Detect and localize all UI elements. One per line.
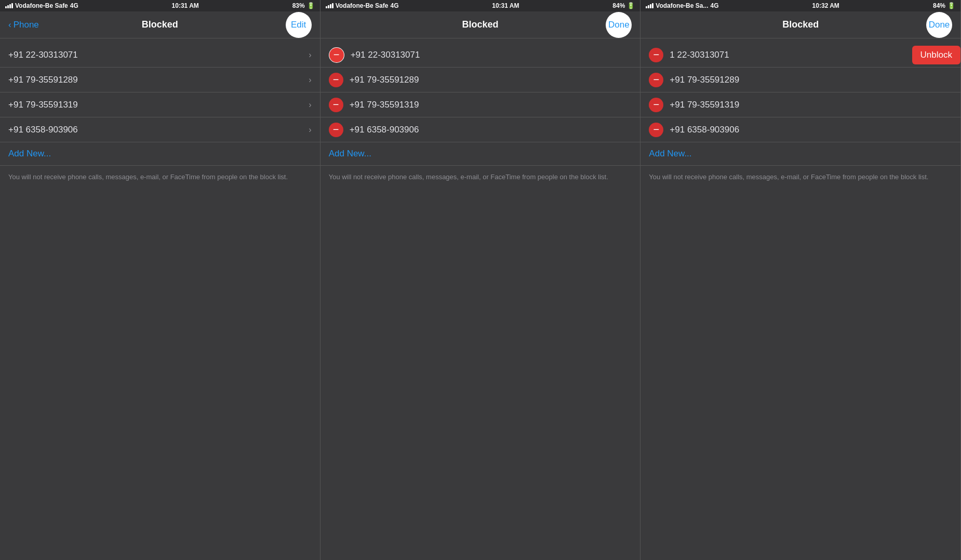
phone-number: +91 79-35591319 — [670, 100, 952, 110]
status-left-1: Vodafone-Be Safe 4G — [5, 2, 78, 9]
minus-icon: − — [333, 124, 339, 135]
battery-2: 84% — [612, 2, 625, 9]
minus-icon: − — [333, 99, 339, 110]
panel-3: Vodafone-Be Sa... 4G 10:32 AM 84% 🔋 Bloc… — [640, 0, 961, 560]
remove-icon[interactable]: − — [329, 73, 343, 87]
footer-text-3: You will not receive phone calls, messag… — [640, 166, 960, 189]
list-item[interactable]: − +91 6358-903906 — [640, 117, 960, 142]
footer-text-2: You will not receive phone calls, messag… — [321, 166, 640, 189]
add-new-2[interactable]: Add New... — [321, 142, 640, 166]
back-label-1: Phone — [14, 20, 39, 30]
panel-1: Vodafone-Be Safe 4G 10:31 AM 83% 🔋 ‹ Pho… — [0, 0, 321, 560]
minus-icon: − — [333, 74, 339, 85]
add-new-3[interactable]: Add New... — [640, 142, 960, 166]
done-button-2[interactable]: Done — [606, 12, 632, 38]
list-item[interactable]: +91 22-30313071 › — [0, 43, 320, 68]
list-item[interactable]: − +91 79-35591289 — [640, 68, 960, 92]
chevron-right-icon: › — [309, 75, 311, 85]
battery-icon-2: 🔋 — [627, 2, 635, 9]
remove-icon-active[interactable]: − — [329, 47, 344, 63]
add-new-label-3: Add New... — [649, 149, 691, 159]
battery-3: 84% — [933, 2, 945, 9]
edit-button-1[interactable]: Edit — [286, 12, 312, 38]
chevron-right-icon: › — [309, 100, 311, 110]
signal-icon — [326, 3, 333, 8]
battery-1: 83% — [292, 2, 305, 9]
footer-text-1: You will not receive phone calls, messag… — [0, 166, 320, 189]
status-bar-1: Vodafone-Be Safe 4G 10:31 AM 83% 🔋 — [0, 0, 320, 11]
status-left-3: Vodafone-Be Sa... 4G — [646, 2, 718, 9]
remove-icon[interactable]: − — [649, 123, 663, 137]
unblock-button[interactable]: Unblock — [912, 46, 960, 64]
status-bar-2: Vodafone-Be Safe 4G 10:31 AM 84% 🔋 — [321, 0, 640, 11]
nav-bar-1: ‹ Phone Blocked Edit — [0, 11, 320, 38]
phone-number: 1 22-30313071 — [670, 50, 912, 60]
minus-icon: − — [653, 74, 660, 85]
nav-bar-2: Blocked Done — [321, 11, 640, 38]
network-2: 4G — [390, 2, 398, 9]
carrier-1: Vodafone-Be Safe — [15, 2, 68, 9]
blocked-list-1: +91 22-30313071 › +91 79-35591289 › +91 … — [0, 43, 320, 166]
back-button-1[interactable]: ‹ Phone — [8, 20, 39, 30]
remove-icon[interactable]: − — [649, 73, 663, 87]
chevron-right-icon: › — [309, 125, 311, 135]
content-2: − +91 22-30313071 − +91 79-35591289 − +9… — [321, 38, 640, 560]
nav-title-3: Blocked — [782, 19, 819, 30]
phone-number: +91 79-35591289 — [350, 75, 632, 85]
add-new-label-1: Add New... — [8, 149, 51, 159]
minus-icon: − — [653, 99, 660, 110]
remove-icon[interactable]: − — [649, 48, 663, 62]
status-bar-3: Vodafone-Be Sa... 4G 10:32 AM 84% 🔋 — [640, 0, 960, 11]
time-2: 10:31 AM — [492, 2, 519, 9]
network-3: 4G — [710, 2, 718, 9]
nav-bar-3: Blocked Done — [640, 11, 960, 38]
carrier-2: Vodafone-Be Safe — [336, 2, 389, 9]
nav-title-2: Blocked — [462, 19, 498, 30]
phone-number: +91 79-35591289 — [670, 75, 952, 85]
done-button-3[interactable]: Done — [926, 12, 952, 38]
panel-2: Vodafone-Be Safe 4G 10:31 AM 84% 🔋 Block… — [321, 0, 641, 560]
status-right-2: 84% 🔋 — [612, 2, 635, 9]
minus-icon: − — [653, 49, 660, 60]
time-1: 10:31 AM — [172, 2, 199, 9]
remove-icon-inner: − — [329, 48, 344, 62]
signal-icon — [646, 3, 653, 8]
list-item[interactable]: +91 79-35591319 › — [0, 92, 320, 117]
list-item-with-unblock[interactable]: − 1 22-30313071 Unblock — [640, 43, 960, 68]
blocked-list-2: − +91 22-30313071 − +91 79-35591289 − +9… — [321, 43, 640, 166]
time-3: 10:32 AM — [812, 2, 839, 9]
minus-icon: − — [333, 49, 340, 60]
list-item[interactable]: − +91 79-35591319 — [640, 92, 960, 117]
carrier-3: Vodafone-Be Sa... — [656, 2, 708, 9]
phone-number: +91 6358-903906 — [670, 125, 952, 135]
add-new-label-2: Add New... — [329, 149, 371, 159]
content-3: − 1 22-30313071 Unblock − +91 79-3559128… — [640, 38, 960, 560]
list-item[interactable]: − +91 79-35591289 — [321, 68, 640, 92]
list-item[interactable]: − +91 22-30313071 — [321, 43, 640, 68]
add-new-1[interactable]: Add New... — [0, 142, 320, 166]
status-left-2: Vodafone-Be Safe 4G — [326, 2, 399, 9]
list-item[interactable]: +91 6358-903906 › — [0, 117, 320, 142]
phone-number: +91 6358-903906 — [350, 125, 632, 135]
remove-icon[interactable]: − — [329, 123, 343, 137]
back-chevron-icon: ‹ — [8, 20, 11, 30]
remove-icon[interactable]: − — [329, 98, 343, 112]
status-right-1: 83% 🔋 — [292, 2, 315, 9]
battery-icon-3: 🔋 — [947, 2, 955, 9]
nav-title-1: Blocked — [142, 19, 178, 30]
minus-icon: − — [653, 124, 660, 135]
remove-icon[interactable]: − — [649, 98, 663, 112]
phone-number: +91 79-35591319 — [350, 100, 632, 110]
signal-icon — [5, 3, 13, 8]
phone-number: +91 79-35591319 — [8, 100, 309, 110]
done-label-2: Done — [608, 20, 630, 30]
battery-icon-1: 🔋 — [307, 2, 315, 9]
phone-number: +91 22-30313071 — [8, 50, 309, 60]
blocked-list-3: − 1 22-30313071 Unblock − +91 79-3559128… — [640, 43, 960, 166]
list-item[interactable]: − +91 79-35591319 — [321, 92, 640, 117]
list-item[interactable]: − +91 6358-903906 — [321, 117, 640, 142]
list-item[interactable]: +91 79-35591289 › — [0, 68, 320, 92]
phone-number: +91 79-35591289 — [8, 75, 309, 85]
done-label-3: Done — [929, 20, 950, 30]
phone-number: +91 6358-903906 — [8, 125, 309, 135]
